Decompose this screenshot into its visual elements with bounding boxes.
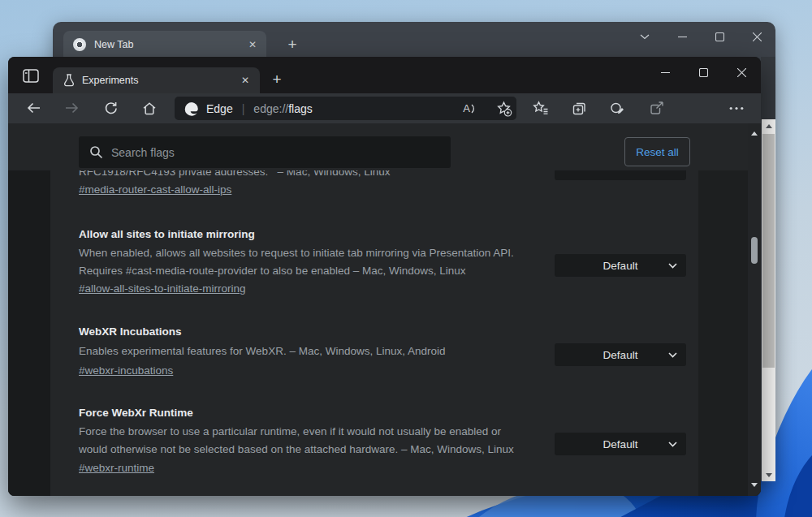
close-window-button[interactable]: [738, 24, 775, 50]
home-button[interactable]: [138, 97, 161, 119]
flag-link[interactable]: #webxr-incubations: [79, 364, 173, 377]
flag-description: When enabled, allows all websites to req…: [79, 247, 514, 259]
background-tab-new-tab[interactable]: New Tab ✕: [63, 31, 266, 58]
tab-experiments[interactable]: Experiments ✕: [53, 67, 260, 93]
search-input[interactable]: [111, 146, 420, 159]
background-window-edge: [761, 57, 775, 120]
favorites-button[interactable]: [529, 97, 552, 119]
edge-browser-window[interactable]: Experiments ✕ +: [8, 57, 761, 496]
chevron-down-icon[interactable]: [626, 24, 663, 50]
flag-title: Force WebXr Runtime: [79, 407, 193, 419]
desktop: New Tab ✕ +: [0, 0, 812, 517]
chevron-down-icon: [668, 442, 677, 447]
forward-button[interactable]: [60, 97, 83, 119]
scroll-down-icon[interactable]: [762, 468, 775, 481]
flag-link[interactable]: #media-router-cast-allow-all-ips: [79, 183, 231, 196]
chevron-down-icon: [668, 352, 677, 358]
share-icon: [649, 101, 664, 116]
flag-title: Allow all sites to initiate mirroring: [79, 228, 255, 240]
scroll-up-icon[interactable]: [748, 127, 761, 140]
scrollbar-thumb[interactable]: [751, 237, 758, 264]
collections-icon: [572, 101, 587, 116]
window-controls: [646, 57, 761, 88]
page-scrollbar[interactable]: [748, 123, 761, 496]
scrollbar-thumb[interactable]: [762, 134, 775, 368]
collections-button[interactable]: [568, 97, 590, 119]
web-capture-button[interactable]: [606, 97, 628, 119]
tab-title: Experiments: [82, 75, 138, 86]
flask-icon: [63, 74, 75, 87]
address-separator: |: [242, 102, 245, 115]
more-icon: [729, 106, 744, 110]
background-window-scrollbar[interactable]: [762, 119, 775, 481]
url-page: flags: [288, 102, 313, 115]
clipped-flag-description: RFC1918/RFC4193 private addresses. – Mac…: [79, 170, 566, 179]
flag-description: Force the browser to use a particular ru…: [79, 425, 501, 437]
address-bar[interactable]: Edge | edge:// flags A: [175, 97, 516, 120]
flag-link[interactable]: #allow-all-sites-to-initiate-mirroring: [79, 282, 246, 295]
flag-description: Enables experimental features for WebXR.…: [79, 345, 445, 357]
web-capture-icon: [609, 101, 625, 116]
maximize-button[interactable]: [685, 57, 723, 88]
chevron-down-icon: [668, 263, 677, 269]
star-list-icon: [533, 101, 549, 115]
flag-dropdown[interactable]: Default: [555, 254, 686, 277]
flag-title: WebXR Incubations: [79, 325, 182, 338]
share-button[interactable]: [645, 97, 667, 119]
site-label: Edge: [206, 102, 233, 115]
clipped-flag-dropdown[interactable]: [555, 170, 686, 180]
new-tab-button[interactable]: +: [282, 34, 303, 55]
refresh-button[interactable]: [99, 97, 122, 119]
new-tab-button[interactable]: +: [266, 69, 287, 90]
minimize-button[interactable]: [646, 57, 685, 88]
new-tab-favicon-icon: [73, 38, 86, 51]
reset-all-button[interactable]: Reset all: [624, 137, 690, 166]
flag-description: Requires #cast-media-route-provider to a…: [79, 265, 466, 277]
read-aloud-button[interactable]: A: [459, 97, 481, 119]
flag-dropdown[interactable]: Default: [555, 433, 686, 455]
flag-dropdown[interactable]: Default: [555, 343, 686, 366]
flag-link[interactable]: #webxr-runtime: [79, 462, 154, 474]
tab-strip: Experiments ✕ +: [8, 57, 761, 93]
back-button[interactable]: [23, 97, 45, 119]
search-box[interactable]: [79, 136, 451, 168]
scroll-down-icon[interactable]: [748, 478, 761, 491]
read-aloud-icon: A: [463, 102, 470, 114]
edge-logo-icon: [184, 101, 199, 116]
tab-actions-menu-button[interactable]: [20, 66, 41, 85]
background-tab-title: New Tab: [94, 39, 133, 50]
close-tab-icon[interactable]: ✕: [248, 40, 257, 50]
scroll-up-icon[interactable]: [762, 119, 775, 132]
minimize-button[interactable]: [663, 24, 701, 50]
flags-page: Reset all RFC1918/RFC4193 private addres…: [8, 123, 761, 496]
maximize-button[interactable]: [701, 24, 738, 50]
close-tab-icon[interactable]: ✕: [241, 75, 249, 85]
search-icon: [89, 145, 103, 159]
settings-menu-button[interactable]: [725, 97, 748, 119]
add-favorite-button[interactable]: [493, 97, 515, 119]
page-right-gutter: [698, 170, 748, 496]
page-left-gutter: [8, 170, 50, 496]
star-plus-icon: [496, 101, 512, 117]
url-scheme: edge://: [253, 102, 288, 115]
background-window-controls: [626, 24, 775, 50]
flag-description: would otherwise not be selected based on…: [79, 443, 514, 455]
flags-header: Reset all: [8, 123, 748, 170]
browser-toolbar: Edge | edge:// flags A: [8, 93, 761, 123]
close-window-button[interactable]: [723, 57, 761, 88]
